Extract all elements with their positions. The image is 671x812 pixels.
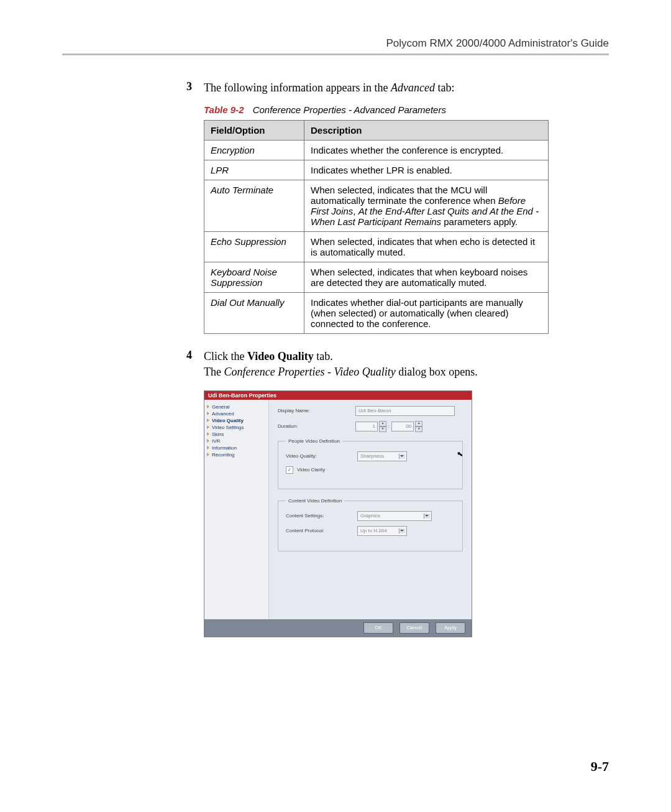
content-settings-row: Content Settings: Graphics (286, 511, 455, 521)
step-3: 3 The following information appears in t… (186, 80, 590, 96)
sidebar-item-information[interactable]: Information (207, 445, 266, 451)
chevron-down-icon (425, 515, 429, 517)
video-quality-select[interactable]: Sharpness (357, 451, 407, 461)
cell-field: Encryption (204, 141, 304, 160)
parameters-table: Field/Option Description Encryption Indi… (204, 120, 549, 334)
display-name-input[interactable]: Udi Ben-Baron (355, 406, 455, 416)
text: tab. (314, 350, 333, 362)
table-row: Echo Suppression When selected, indicate… (204, 232, 549, 262)
cell-desc: When selected, indicates that when keybo… (304, 262, 549, 293)
table-caption: Table 9-2 Conference Properties - Advanc… (204, 104, 590, 115)
duration-spinner[interactable]: 1 ▲▼ : 00 ▲▼ (355, 421, 421, 432)
properties-dialog: Udi Ben-Baron Properties General Advance… (204, 390, 472, 637)
text: The following information appears in the (204, 81, 391, 94)
content-protocol-row: Content Protocol: Up to H.264 (286, 526, 455, 536)
ok-button[interactable]: OK (363, 622, 393, 634)
content-protocol-select[interactable]: Up to H.264 (357, 526, 407, 536)
select-value: Graphics (360, 513, 380, 519)
apply-button[interactable]: Apply (436, 622, 465, 634)
cell-field: Keyboard Noise Suppression (204, 262, 304, 293)
text-italic: Advanced (391, 81, 435, 94)
table-row: Auto Terminate When selected, indicates … (204, 180, 549, 232)
content-settings-select[interactable]: Graphics (357, 511, 432, 521)
duration-minutes[interactable]: 00 (391, 422, 414, 431)
video-quality-label: Video Quality: (286, 453, 357, 459)
sidebar-item-label: Skins (212, 431, 224, 437)
sidebar-item-label: General (212, 404, 229, 410)
step-number: 3 (186, 80, 204, 96)
chevron-right-icon (207, 446, 209, 450)
sidebar-item-ivr[interactable]: IVR (207, 438, 266, 445)
video-clarity-row: ✓ Video Clarity (286, 466, 455, 474)
cell-desc: Indicates whether the conference is encr… (304, 141, 549, 160)
sidebar-item-label: IVR (212, 438, 220, 444)
video-clarity-checkbox[interactable]: ✓ (286, 466, 293, 474)
step-text: The following information appears in the… (204, 80, 454, 96)
group-legend: Content Video Definition (286, 498, 344, 504)
table-row: Encryption Indicates whether the confere… (204, 141, 549, 160)
table-row: Keyboard Noise Suppression When selected… (204, 262, 549, 293)
chevron-down-icon (400, 455, 404, 457)
chevron-right-icon (207, 412, 209, 415)
cell-field: LPR (204, 160, 304, 180)
chevron-right-icon (207, 439, 209, 443)
dialog-footer: OK Cancel Apply (204, 619, 472, 637)
text: tab: (435, 81, 455, 94)
sidebar-item-skins[interactable]: Skins (207, 431, 266, 438)
header-rule (62, 53, 609, 55)
table-caption-label: Table 9-2 (204, 104, 244, 115)
document-page: Polycom RMX 2000/4000 Administrator's Gu… (0, 0, 671, 812)
group-legend: People Video Definition (286, 438, 342, 444)
chevron-right-icon (207, 425, 209, 429)
content-area: 3 The following information appears in t… (186, 80, 590, 637)
chevron-right-icon (207, 432, 209, 436)
duration-label: Duration: (278, 423, 355, 429)
display-name-label: Display Name: (278, 408, 355, 413)
text: parameters apply. (441, 216, 518, 227)
dialog-body: General Advanced Video Quality Video Set… (204, 400, 472, 619)
display-name-row: Display Name: Udi Ben-Baron (278, 406, 463, 416)
spinner-buttons[interactable]: ▲▼ (415, 421, 421, 432)
sidebar-item-advanced[interactable]: Advanced (207, 410, 266, 417)
dialog-sidebar: General Advanced Video Quality Video Set… (204, 400, 269, 619)
chevron-down-icon (400, 530, 404, 532)
cancel-button[interactable]: Cancel (399, 622, 429, 634)
page-number: 9-7 (591, 759, 609, 775)
sidebar-item-label: Information (212, 445, 237, 451)
text: , (353, 206, 358, 216)
sidebar-item-label: Video Quality (212, 418, 244, 423)
dialog-main-pane: ⬉ Display Name: Udi Ben-Baron Duration: … (269, 400, 472, 619)
spinner-buttons[interactable]: ▲▼ (379, 421, 385, 432)
text-italic: Conference Properties - Video Quality (224, 366, 395, 378)
sidebar-item-label: Recording (212, 452, 234, 458)
dialog-screenshot: Udi Ben-Baron Properties General Advance… (204, 390, 471, 637)
dialog-title: Udi Ben-Baron Properties (204, 391, 472, 400)
text: Click the (204, 350, 247, 362)
sidebar-item-recording[interactable]: Recording (207, 451, 266, 458)
text: dialog box opens. (396, 366, 478, 378)
step-number: 4 (186, 349, 204, 380)
duration-sep: : (388, 423, 389, 429)
select-value: Sharpness (360, 453, 384, 459)
sidebar-item-general[interactable]: General (207, 404, 266, 410)
cell-field: Auto Terminate (204, 180, 304, 232)
cell-desc: Indicates whether LPR is enabled. (304, 160, 549, 180)
content-video-definition-group: Content Video Definition Content Setting… (278, 498, 463, 551)
cell-field: Echo Suppression (204, 232, 304, 262)
sidebar-item-video-settings[interactable]: Video Settings (207, 424, 266, 431)
video-quality-row: Video Quality: Sharpness (286, 451, 455, 461)
text-bold: Video Quality (247, 350, 314, 362)
col-header-description: Description (304, 121, 549, 141)
duration-hours[interactable]: 1 (355, 422, 378, 431)
chevron-right-icon (207, 453, 209, 456)
step-text: Click the Video Quality tab. The Confere… (204, 349, 478, 380)
people-video-definition-group: People Video Definition Video Quality: S… (278, 438, 463, 489)
video-clarity-label: Video Clarity (297, 467, 325, 473)
sidebar-item-video-quality[interactable]: Video Quality (207, 417, 266, 424)
content-settings-label: Content Settings: (286, 513, 357, 519)
duration-row: Duration: 1 ▲▼ : 00 ▲▼ (278, 421, 463, 432)
cell-field: Dial Out Manually (204, 293, 304, 334)
select-value: Up to H.264 (360, 528, 387, 533)
cell-desc: Indicates whether dial-out participants … (304, 293, 549, 334)
step-4: 4 Click the Video Quality tab. The Confe… (186, 349, 590, 380)
